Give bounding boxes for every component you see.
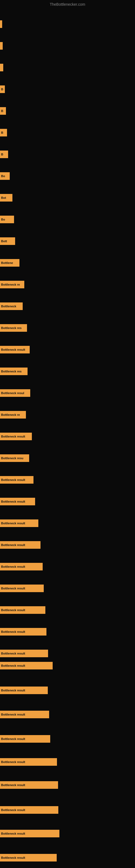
bar: Bottleneck result [0,346,30,353]
bar-label: Bot [1,196,6,199]
bar [0,42,3,50]
bar: Bottleneck resul [0,389,30,397]
bar: Bo [0,172,10,180]
bar-item [0,20,2,28]
bar-label: Bottleneck res [1,370,21,373]
bar-label: B [1,153,3,156]
bar-item: Bottleneck resu [0,454,29,462]
bar-item: Bottleneck result [0,476,34,484]
bar-item: Bottleneck result [0,346,30,353]
bar: Bottleneck result [0,476,34,484]
bar: Bottleneck result [0,781,58,789]
bar-item: Bottleneck result [0,498,35,505]
bar: Bottleneck result [0,433,32,440]
bar-label: Bottleneck result [1,500,25,503]
bar-item [0,42,3,50]
bar-item: Bottleneck result [0,758,57,766]
bar-label: Bott [1,240,7,243]
bar-item: Bottleneck result [0,433,32,440]
bar: Bottleneck result [0,585,44,592]
bar-item: Bottleneck res [0,368,28,375]
bar-item: Bottleneck result [0,711,49,718]
bar: Bottleneck result [0,711,49,718]
bar-label: Bottleneck resul [1,392,24,395]
bar-label: Bottleneck result [1,856,25,859]
bar-label: Bottleneck result [1,348,25,351]
bar: Bottleneck result [0,686,48,694]
bar-label: B [1,109,3,113]
site-title: TheBottlenecker.com [50,2,85,6]
bar: Bottleneck result [0,830,59,837]
bar-item: Bottleneck [0,303,23,310]
bar [0,64,3,71]
bar: Bottlene [0,259,19,267]
bar-label: Bottleneck [1,305,16,308]
bar-label: Bottleneck re [1,283,20,286]
bar-item: Bo [0,216,14,223]
bar-label: Bo [1,218,5,221]
bar-item: Bottleneck result [0,585,44,592]
bar-label: Bottleneck result [1,478,25,482]
bar: Bot [0,194,12,202]
bar: B [0,107,6,115]
bar: Bottleneck result [0,735,50,743]
bar: Bottleneck re [0,281,24,288]
bar-item: Bottleneck res [0,324,27,332]
bar-item: Bottleneck result [0,606,45,614]
bar: Bottleneck [0,303,23,310]
bar-label: Bottleneck result [1,435,25,438]
bar: B [0,151,8,158]
bar-label: Bottleneck result [1,543,25,547]
bar-label: Bottleneck res [1,326,21,330]
bar-label: Bottleneck result [1,808,25,812]
bar-item: Bottleneck result [0,541,41,549]
bar-label: Bottleneck result [1,737,25,741]
bar-item: Bottleneck result [0,520,38,527]
bar-label: Bottleneck resu [1,457,24,460]
bar-label: Bottleneck result [1,760,25,764]
bar-label: B [1,131,3,134]
bar-label: Bottleneck re [1,413,20,416]
bar-item: B [0,107,6,115]
bar-label: Bottleneck result [1,587,25,590]
bar: Bo [0,216,14,223]
bar-item: Bottleneck result [0,650,48,657]
bar-item: Bottleneck result [0,662,53,670]
bar-item: B [0,151,8,158]
bar: Bottleneck result [0,498,35,505]
bar: Bottleneck result [0,520,38,527]
bar-item: Bo [0,172,10,180]
bar-item: Bottleneck re [0,411,26,418]
bar: Bottleneck result [0,628,46,636]
bar-item: Bottleneck result [0,830,59,837]
bar-item: B [0,86,5,93]
bar-label: B [1,88,3,91]
bar-label: Bottlene [1,261,13,265]
bar-label: Bottleneck result [1,689,25,692]
bar-item: Bottleneck result [0,806,58,814]
bar-label: Bottleneck result [1,832,25,835]
bar-label: Bottleneck result [1,652,25,655]
bar: Bottleneck resu [0,454,29,462]
bar-label: Bottleneck result [1,783,25,786]
bar-item: Bot [0,194,12,202]
bar-item: Bottleneck result [0,686,48,694]
bar: Bottleneck result [0,563,43,570]
bar-label: Bottleneck result [1,522,25,525]
bar: Bottleneck res [0,324,27,332]
bar-item: Bottleneck re [0,281,24,288]
bar-label: Bottleneck result [1,713,25,716]
bar: Bottleneck result [0,541,41,549]
bar-item: Bottleneck resul [0,389,30,397]
bar: B [0,129,7,136]
bar: Bottleneck result [0,650,48,657]
bar-item: Bottleneck result [0,563,43,570]
bar-item: Bottleneck result [0,781,58,789]
bar-item: Bottleneck result [0,628,46,636]
bar-label: Bottleneck result [1,609,25,612]
bar-label: Bottleneck result [1,565,25,568]
bar: Bottleneck result [0,806,58,814]
bar: Bottleneck re [0,411,26,418]
bar-label: Bottleneck result [1,630,25,633]
bar: Bottleneck res [0,368,28,375]
